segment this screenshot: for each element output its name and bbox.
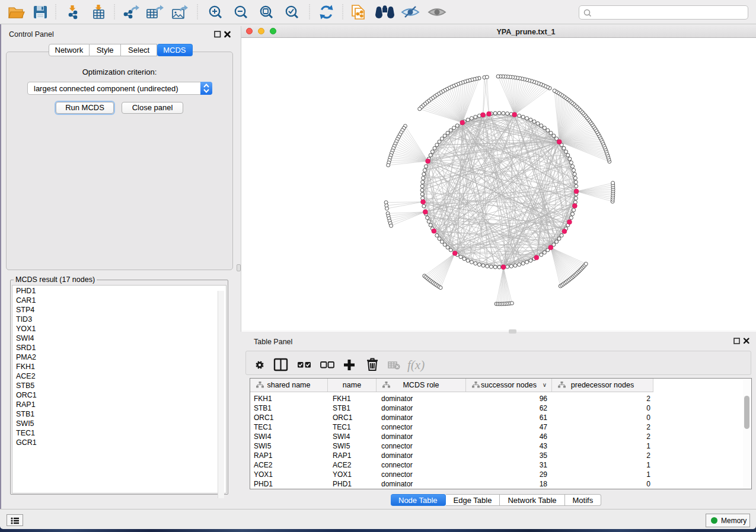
svg-text:f(x): f(x) [407, 358, 425, 372]
